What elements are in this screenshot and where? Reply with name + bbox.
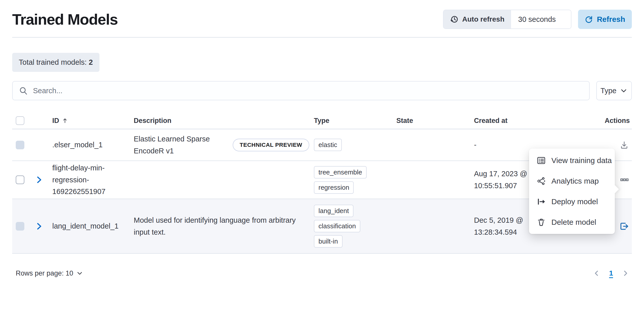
header-controls: Auto refresh 30 seconds Refresh — [443, 10, 632, 29]
column-header-created-at[interactable]: Created at — [471, 117, 578, 125]
page-number-1[interactable]: 1 — [609, 269, 613, 277]
auto-refresh-button[interactable]: Auto refresh — [444, 10, 511, 28]
actions-context-menu: View training data Analytics map Deploy … — [529, 149, 615, 234]
expand-row-button[interactable] — [34, 221, 44, 231]
previous-page-button[interactable] — [592, 268, 601, 278]
menu-item-analytics-map[interactable]: Analytics map — [529, 171, 615, 191]
row-checkbox[interactable] — [16, 175, 24, 184]
menu-item-view-training-data[interactable]: View training data — [529, 150, 615, 171]
total-models-label: Total trained models: — [19, 58, 87, 66]
total-models-badge: Total trained models: 2 — [12, 53, 99, 72]
page-header: Trained Models Auto refresh 30 seconds — [12, 0, 632, 29]
model-description: Model used for identifying language from… — [134, 214, 309, 238]
search-row: Type — [12, 81, 632, 100]
model-created-at: - — [474, 139, 477, 151]
chevron-down-icon — [620, 87, 628, 94]
table-header-row: ID Description Type State Created at Act… — [12, 113, 632, 129]
more-actions-button[interactable] — [619, 174, 630, 185]
menu-item-delete-model[interactable]: Delete model — [529, 212, 615, 232]
type-tag: lang_ident — [314, 205, 353, 217]
export-icon — [619, 221, 629, 231]
model-id: lang_ident_model_1 — [49, 220, 113, 232]
row-checkbox — [16, 222, 24, 231]
page-title: Trained Models — [12, 11, 118, 28]
delete-model-icon — [537, 218, 546, 227]
model-description: Elastic Learned Sparse EncodeR v1 — [134, 133, 216, 157]
expand-row-button[interactable] — [34, 175, 44, 185]
pagination: 1 — [592, 268, 632, 278]
type-tag: built-in — [314, 235, 343, 248]
chevron-right-icon — [622, 269, 629, 277]
type-tag: tree_ensemble — [314, 166, 367, 179]
auto-refresh-control: Auto refresh 30 seconds — [443, 10, 571, 29]
column-header-state[interactable]: State — [393, 117, 471, 125]
view-training-data-icon — [537, 156, 546, 165]
next-page-button[interactable] — [621, 268, 630, 278]
column-header-description[interactable]: Description — [130, 117, 309, 125]
trained-models-page: Trained Models Auto refresh 30 seconds — [0, 0, 644, 321]
auto-refresh-label: Auto refresh — [462, 15, 504, 23]
select-all-checkbox[interactable] — [16, 116, 24, 125]
refresh-button-label: Refresh — [597, 15, 625, 24]
model-id: flight-delay-min-regression-169226255190… — [49, 162, 113, 198]
analytics-map-icon — [537, 176, 546, 186]
row-checkbox — [16, 141, 24, 149]
menu-item-label: Delete model — [551, 218, 596, 227]
chevron-right-icon — [35, 222, 43, 231]
deploy-model-icon — [537, 197, 546, 206]
type-tag: elastic — [314, 139, 342, 151]
model-id: .elser_model_1 — [49, 139, 113, 151]
menu-item-deploy-model[interactable]: Deploy model — [529, 191, 615, 212]
rows-per-page-button[interactable]: Rows per page: 10 — [12, 269, 83, 277]
more-actions-icon — [620, 175, 629, 184]
chevron-right-icon — [35, 175, 43, 184]
column-header-actions: Actions — [578, 117, 632, 125]
total-models-value: 2 — [89, 58, 93, 66]
type-tag: regression — [314, 181, 354, 194]
column-header-type[interactable]: Type — [309, 117, 393, 125]
menu-item-label: Analytics map — [551, 177, 599, 185]
type-tag: classification — [314, 220, 360, 232]
technical-preview-badge: TECHNICAL PREVIEW — [233, 139, 309, 151]
search-input[interactable] — [33, 87, 583, 95]
download-icon — [620, 140, 629, 150]
chevron-left-icon — [593, 269, 600, 277]
sort-ascending-icon — [62, 117, 68, 124]
chevron-down-icon — [76, 270, 83, 277]
menu-item-label: Deploy model — [551, 197, 598, 206]
rows-per-page-label: Rows per page: 10 — [16, 269, 73, 277]
download-model-button[interactable] — [619, 139, 630, 151]
search-icon — [19, 86, 28, 95]
refresh-button[interactable]: Refresh — [578, 10, 632, 29]
type-filter-label: Type — [601, 87, 617, 95]
menu-item-label: View training data — [551, 156, 612, 165]
table-footer: Rows per page: 10 1 — [12, 268, 632, 278]
refresh-interval-value[interactable]: 30 seconds — [511, 10, 571, 28]
header-divider — [12, 37, 632, 38]
column-header-id[interactable]: ID — [49, 117, 130, 125]
refresh-icon — [585, 15, 593, 23]
time-refresh-icon — [450, 15, 459, 24]
type-filter-button[interactable]: Type — [596, 81, 632, 100]
export-model-button[interactable] — [618, 220, 630, 232]
search-box — [12, 81, 590, 100]
